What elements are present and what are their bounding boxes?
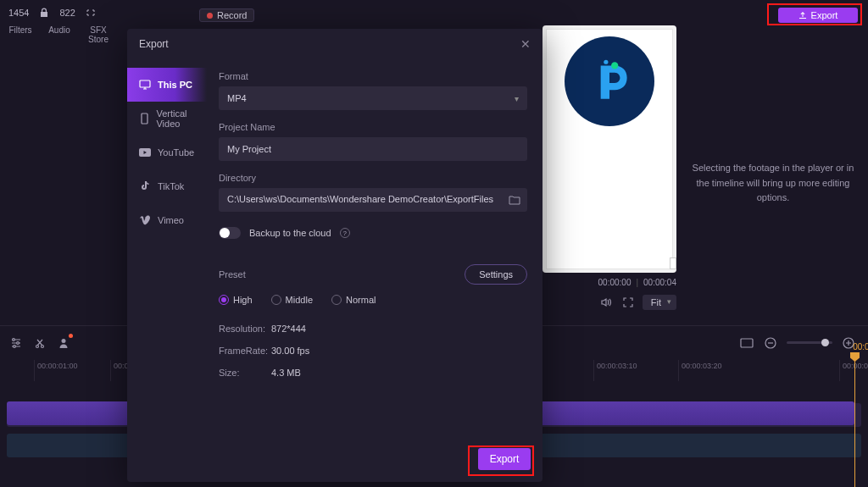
svg-point-2: [13, 338, 15, 340]
quality-middle[interactable]: Middle: [271, 295, 313, 305]
svg-point-3: [17, 341, 19, 344]
directory-path: C:\Users\ws\Documents\Wondershare DemoCr…: [219, 188, 502, 212]
upload-icon: [798, 11, 807, 19]
close-icon[interactable]: ✕: [520, 37, 531, 51]
ruler-tick: 00:00:03:20: [678, 360, 722, 381]
info-icon[interactable]: ?: [340, 228, 350, 238]
ruler-tick: 00:00:01:00: [34, 360, 78, 381]
volume-icon[interactable]: [598, 295, 614, 310]
monitor-icon: [139, 80, 151, 90]
playhead-time: 00:00:04:11: [853, 342, 868, 351]
svg-rect-8: [741, 339, 753, 347]
resize-handle[interactable]: [670, 257, 676, 269]
preset-label: Preset: [219, 269, 246, 279]
zoom-slider[interactable]: [787, 341, 832, 344]
export-dialog: Export ✕ This PC Vertical Video YouTube …: [127, 29, 542, 482]
svg-point-1: [604, 60, 608, 64]
framerate-label: FrameRate:: [219, 346, 271, 356]
sidebar-item-vertical[interactable]: Vertical Video: [127, 102, 207, 136]
project-name-label: Project Name: [219, 122, 527, 132]
cut-icon[interactable]: [32, 335, 47, 351]
playhead[interactable]: 00:00:04:11: [854, 354, 855, 487]
record-button[interactable]: Record: [199, 8, 254, 22]
dialog-title: Export: [139, 38, 169, 50]
format-label: Format: [219, 71, 527, 81]
svg-point-7: [62, 339, 66, 343]
backup-label: Backup to the cloud: [249, 228, 331, 238]
tiktok-icon: [139, 180, 151, 192]
backup-toggle[interactable]: [219, 227, 241, 239]
editing-hint: Selecting the footage in the player or i…: [687, 161, 860, 206]
svg-rect-11: [140, 80, 150, 87]
svg-point-4: [14, 345, 16, 347]
aspect-icon[interactable]: [739, 335, 754, 351]
export-confirm-button[interactable]: Export: [478, 448, 531, 470]
folder-icon: [509, 195, 520, 205]
preview-logo: [565, 36, 654, 126]
sidebar-item-this-pc[interactable]: This PC: [127, 68, 207, 102]
framerate-value: 30.00 fps: [271, 346, 309, 356]
svg-rect-12: [142, 113, 147, 124]
sliders-icon[interactable]: [8, 335, 24, 351]
person-icon[interactable]: [56, 335, 71, 351]
export-sidebar: This PC Vertical Video YouTube TikTok Vi…: [127, 59, 207, 436]
ruler-tick: 00:00:03:10: [593, 360, 637, 381]
ruler-tick: 00:00:04: [839, 360, 868, 381]
sidebar-item-vimeo[interactable]: Vimeo: [127, 203, 207, 237]
phone-icon: [139, 113, 149, 125]
export-button-top[interactable]: Export: [778, 8, 858, 23]
resolution-value: 872*444: [271, 324, 306, 334]
resolution-label: Resolution:: [219, 324, 271, 334]
size-label: Size:: [219, 368, 271, 378]
zoom-out-icon[interactable]: [763, 335, 778, 351]
top-bar: 1454 822 Filters Audio SFX Store Record …: [0, 0, 868, 25]
vimeo-icon: [139, 215, 151, 225]
fullscreen-icon[interactable]: [620, 295, 636, 310]
zoom-fit-dropdown[interactable]: Fit: [643, 295, 676, 310]
svg-point-0: [611, 62, 618, 69]
sidebar-item-tiktok[interactable]: TikTok: [127, 169, 207, 203]
youtube-icon: [139, 148, 151, 157]
quality-normal[interactable]: Normal: [331, 295, 376, 305]
format-select[interactable]: MP4 ▾: [219, 86, 527, 110]
preview-timecode: 00:00:00|00:00:04: [542, 278, 676, 287]
directory-label: Directory: [219, 173, 527, 183]
sidebar-item-youtube[interactable]: YouTube: [127, 136, 207, 169]
record-icon: [207, 13, 213, 19]
settings-button[interactable]: Settings: [465, 264, 527, 285]
browse-button[interactable]: [502, 188, 527, 212]
quality-high[interactable]: High: [219, 295, 253, 305]
project-name-input[interactable]: [219, 137, 527, 161]
chevron-down-icon: ▾: [515, 94, 519, 103]
preview-canvas[interactable]: [542, 25, 676, 273]
size-value: 4.3 MB: [271, 368, 301, 378]
